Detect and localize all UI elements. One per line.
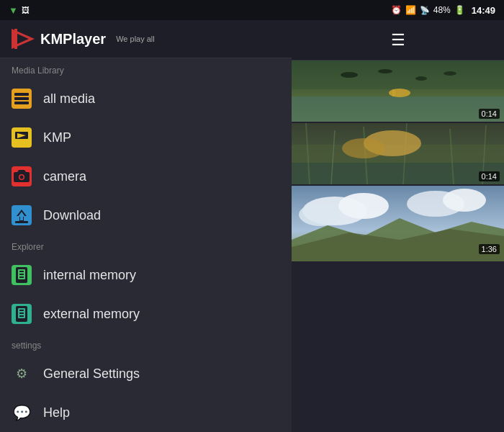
svg-rect-22: [19, 310, 24, 311]
thumbnail-duration-1: 0:14: [479, 109, 500, 119]
svg-rect-18: [19, 274, 24, 275]
media-library-label: Media Library: [0, 58, 292, 79]
thumbnail-duration-3: 1:36: [479, 244, 500, 254]
svg-point-31: [444, 71, 456, 76]
svg-rect-4: [14, 97, 29, 100]
image-notify-icon: 🖼: [22, 6, 30, 14]
main-container: KMPlayer We play all Media Library all m…: [0, 20, 504, 432]
clock: 14:49: [472, 5, 495, 16]
kmp-label: KMP: [43, 130, 71, 145]
svg-point-32: [389, 89, 410, 97]
general-settings-label: General Settings: [43, 366, 140, 382]
sidebar-item-kmp[interactable]: KMP: [0, 118, 292, 157]
svg-rect-17: [19, 271, 24, 272]
sidebar-item-help[interactable]: 💬 Help: [0, 393, 292, 432]
hamburger-menu-icon[interactable]: ☰: [391, 31, 405, 50]
battery-icon: 🔋: [454, 5, 465, 15]
sidebar-item-camera[interactable]: camera: [0, 157, 292, 196]
sidebar: KMPlayer We play all Media Library all m…: [0, 20, 292, 432]
svg-rect-23: [19, 312, 24, 314]
all-media-icon: [12, 89, 32, 109]
svg-rect-5: [14, 102, 29, 104]
svg-point-29: [378, 69, 392, 73]
wifi-signal-icon: 📶: [405, 5, 416, 15]
download-icon: [12, 205, 32, 225]
download-label: Download: [43, 208, 101, 223]
thumbnail-image-3: [292, 186, 504, 261]
svg-rect-2: [14, 29, 17, 49]
svg-rect-33: [392, 89, 395, 96]
thumbnail-item-3[interactable]: 1:36: [292, 186, 504, 261]
svg-marker-9: [17, 170, 26, 172]
thumbnail-item-1[interactable]: 0:14: [292, 60, 504, 123]
sidebar-item-general-settings[interactable]: ⚙ General Settings: [0, 354, 292, 393]
svg-point-47: [338, 193, 389, 219]
sidebar-item-internal-memory[interactable]: internal memory: [0, 256, 292, 294]
help-icon: 💬: [12, 402, 32, 423]
help-label: Help: [43, 405, 70, 420]
svg-point-28: [341, 72, 358, 78]
app-tagline: We play all: [116, 35, 155, 43]
camera-label: camera: [43, 169, 86, 184]
sidebar-item-all-media[interactable]: all media: [0, 79, 292, 118]
thumbnail-image-2: [292, 123, 504, 184]
status-left-icons: ▼ 🖼: [9, 5, 30, 16]
logo-container: KMPlayer We play all: [12, 29, 155, 49]
right-header: ☰: [292, 20, 504, 60]
kmplayer-logo-icon: [12, 29, 35, 49]
external-memory-label: external memory: [43, 307, 140, 322]
svg-point-50: [443, 189, 486, 212]
app-header: KMPlayer We play all: [0, 20, 292, 58]
wifi-icon: ▼: [9, 5, 18, 16]
sidebar-item-external-memory[interactable]: external memory: [0, 294, 292, 333]
explorer-label: Explorer: [0, 235, 292, 256]
right-panel: ☰: [292, 20, 504, 432]
app-name: KMPlayer: [40, 31, 106, 48]
alarm-icon: ⏰: [391, 5, 402, 15]
internal-memory-icon: [12, 265, 32, 285]
svg-rect-27: [292, 96, 504, 122]
thumbnails-list: 0:14: [292, 60, 504, 432]
status-bar: ▼ 🖼 ⏰ 📶 📡 48% 🔋 14:49: [0, 0, 504, 20]
svg-point-30: [415, 76, 427, 81]
thumbnail-duration-2: 0:14: [479, 171, 500, 181]
svg-point-44: [342, 138, 385, 158]
thumbnail-image-1: [292, 60, 504, 122]
general-settings-icon: ⚙: [12, 364, 32, 384]
svg-rect-36: [292, 163, 504, 184]
battery-percent: 48%: [433, 5, 451, 15]
svg-rect-19: [19, 276, 24, 278]
internal-memory-label: internal memory: [43, 268, 136, 283]
camera-icon: [12, 166, 32, 186]
external-memory-icon: [12, 304, 32, 324]
thumbnail-item-2[interactable]: 0:14: [292, 123, 504, 186]
kmp-icon: [12, 127, 32, 148]
svg-rect-24: [19, 315, 24, 317]
status-right-icons: ⏰ 📶 📡 48% 🔋 14:49: [391, 5, 495, 16]
svg-point-48: [299, 203, 342, 226]
sidebar-item-download[interactable]: Download: [0, 196, 292, 235]
svg-rect-26: [292, 60, 504, 89]
all-media-label: all media: [43, 91, 95, 107]
settings-label: settings: [0, 333, 292, 354]
cell-signal-icon: 📡: [420, 6, 430, 15]
svg-rect-13: [15, 221, 28, 223]
svg-point-11: [20, 176, 24, 179]
svg-rect-3: [14, 93, 29, 96]
